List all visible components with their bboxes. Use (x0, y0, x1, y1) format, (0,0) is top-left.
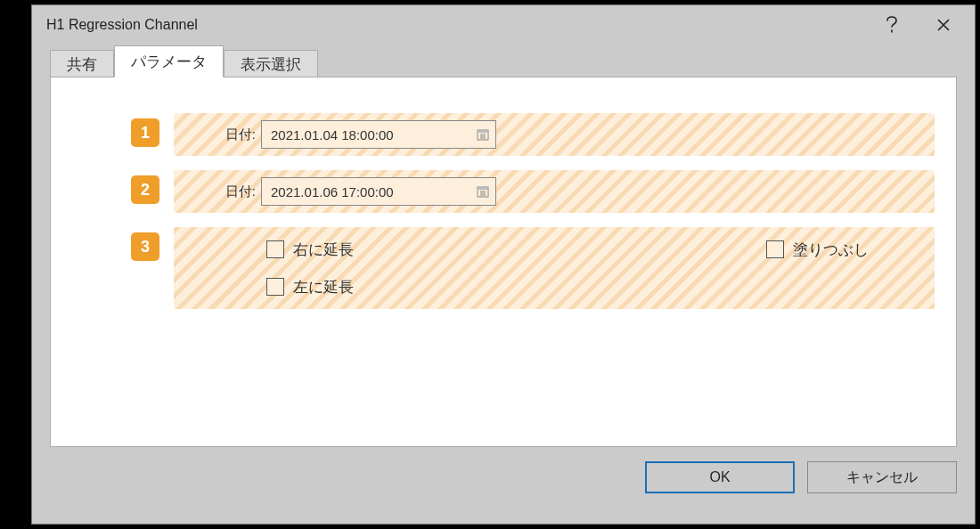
checkbox-fill[interactable]: 塗りつぶし (766, 240, 922, 260)
checkbox-box-icon (266, 278, 284, 296)
calendar-icon[interactable] (476, 127, 490, 142)
date-label-2: 日付: (186, 183, 261, 200)
tab-share[interactable]: 共有 (50, 50, 114, 79)
date-value-1: 2021.01.04 18:00:00 (271, 127, 476, 142)
row-strip-1: 日付: 2021.01.04 18:00:00 (174, 113, 935, 156)
date-input-2[interactable]: 2021.01.06 17:00:00 (261, 177, 496, 206)
extend-left-label: 左に延長 (293, 277, 354, 297)
close-icon (936, 18, 951, 32)
row-marker-1: 1 (131, 118, 159, 147)
param-row-1: 1 日付: 2021.01.04 18:00:00 (131, 113, 935, 156)
date-label-1: 日付: (186, 126, 261, 143)
fill-label: 塗りつぶし (793, 240, 869, 260)
tab-content: 1 日付: 2021.01.04 18:00:00 (50, 77, 957, 447)
client-area: 共有 パラメータ 表示選択 1 日付: 2021.01.04 18:00:00 (32, 45, 975, 524)
checkbox-extend-right[interactable]: 右に延長 (266, 240, 354, 260)
row-strip-2: 日付: 2021.01.06 17:00:00 (174, 170, 935, 213)
dialog-window: H1 Regression Channel 共有 パラメータ 表示選択 1 (31, 4, 976, 525)
param-row-2: 2 日付: 2021.01.06 17:00:00 (131, 170, 935, 213)
checkbox-extend-left[interactable]: 左に延長 (266, 277, 354, 297)
svg-rect-1 (478, 130, 488, 133)
ok-button[interactable]: OK (645, 461, 795, 493)
extend-right-label: 右に延長 (293, 240, 354, 260)
row-marker-2: 2 (131, 175, 159, 204)
help-icon (886, 16, 898, 34)
cancel-button[interactable]: キャンセル (807, 461, 957, 493)
tab-parameters[interactable]: パラメータ (114, 45, 224, 77)
help-button[interactable] (868, 9, 916, 41)
tabs: 共有 パラメータ 表示選択 (50, 45, 957, 77)
window-title: H1 Regression Channel (46, 17, 864, 33)
close-button[interactable] (919, 9, 968, 41)
param-row-3: 3 右に延長 塗りつぶし (131, 227, 935, 309)
date-input-1[interactable]: 2021.01.04 18:00:00 (261, 120, 496, 149)
checkbox-box-icon (766, 240, 784, 258)
calendar-icon[interactable] (476, 184, 490, 199)
checkbox-box-icon (266, 240, 284, 258)
row-marker-3: 3 (131, 232, 159, 261)
svg-rect-6 (478, 187, 488, 190)
date-value-2: 2021.01.06 17:00:00 (271, 184, 476, 199)
titlebar: H1 Regression Channel (32, 5, 975, 45)
dialog-buttons: OK キャンセル (50, 447, 957, 493)
row-strip-3: 右に延長 塗りつぶし 左に延長 (174, 227, 935, 309)
tab-display[interactable]: 表示選択 (224, 50, 318, 79)
